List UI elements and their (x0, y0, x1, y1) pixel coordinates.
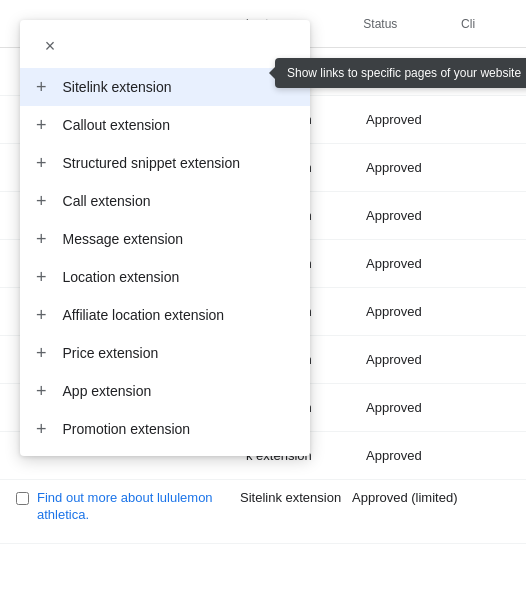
plus-icon: + (36, 230, 47, 248)
plus-icon: + (36, 344, 47, 362)
item-label: Price extension (63, 345, 159, 361)
plus-icon: + (36, 154, 47, 172)
row-checkbox[interactable] (16, 492, 29, 505)
dropdown-header: × (20, 20, 310, 68)
item-label: Sitelink extension (63, 79, 172, 95)
plus-icon: + (36, 382, 47, 400)
cell-status: Approved (366, 112, 466, 127)
dropdown-item-location[interactable]: + Location extension (20, 258, 310, 296)
cell-status: Approved (366, 400, 466, 415)
table-last-row: Find out more about lululemon athletica.… (0, 480, 526, 544)
dropdown-item-app[interactable]: + App extension (20, 372, 310, 410)
plus-icon: + (36, 306, 47, 324)
cell-status: Approved (366, 208, 466, 223)
item-label: Promotion extension (63, 421, 191, 437)
dropdown-item-sitelink[interactable]: + Sitelink extension (20, 68, 310, 106)
cell-status: Approved (366, 352, 466, 367)
dropdown-item-call[interactable]: + Call extension (20, 182, 310, 220)
col-status: Status (363, 17, 461, 31)
item-label: Call extension (63, 193, 151, 209)
plus-icon: + (36, 116, 47, 134)
plus-icon: + (36, 78, 47, 96)
dropdown-item-price[interactable]: + Price extension (20, 334, 310, 372)
item-label: Callout extension (63, 117, 170, 133)
plus-icon: + (36, 420, 47, 438)
item-label: Structured snippet extension (63, 155, 240, 171)
dropdown-item-structured-snippet[interactable]: + Structured snippet extension (20, 144, 310, 182)
cell-status: Approved (366, 448, 466, 463)
dropdown-items-container: + Sitelink extension + Callout extension… (20, 68, 310, 448)
dropdown-item-callout[interactable]: + Callout extension (20, 106, 310, 144)
row-status: Approved (limited) (352, 490, 458, 507)
cell-status: Approved (366, 256, 466, 271)
item-label: Affiliate location extension (63, 307, 225, 323)
dropdown-item-promotion[interactable]: + Promotion extension (20, 410, 310, 448)
sitelink-tooltip: Show links to specific pages of your web… (275, 58, 526, 88)
row-type: Sitelink extension (232, 490, 352, 505)
plus-icon: + (36, 268, 47, 286)
item-label: Location extension (63, 269, 180, 285)
item-label: App extension (63, 383, 152, 399)
dropdown-item-message[interactable]: + Message extension (20, 220, 310, 258)
row-link[interactable]: Find out more about lululemon athletica. (37, 490, 232, 524)
close-button[interactable]: × (36, 32, 64, 60)
dropdown-item-affiliate-location[interactable]: + Affiliate location extension (20, 296, 310, 334)
extension-dropdown: × + Sitelink extension + Callout extensi… (20, 20, 310, 456)
plus-icon: + (36, 192, 47, 210)
cell-status: Approved (366, 304, 466, 319)
cell-status: Approved (366, 160, 466, 175)
col-clicks: Cli (461, 17, 510, 31)
item-label: Message extension (63, 231, 184, 247)
